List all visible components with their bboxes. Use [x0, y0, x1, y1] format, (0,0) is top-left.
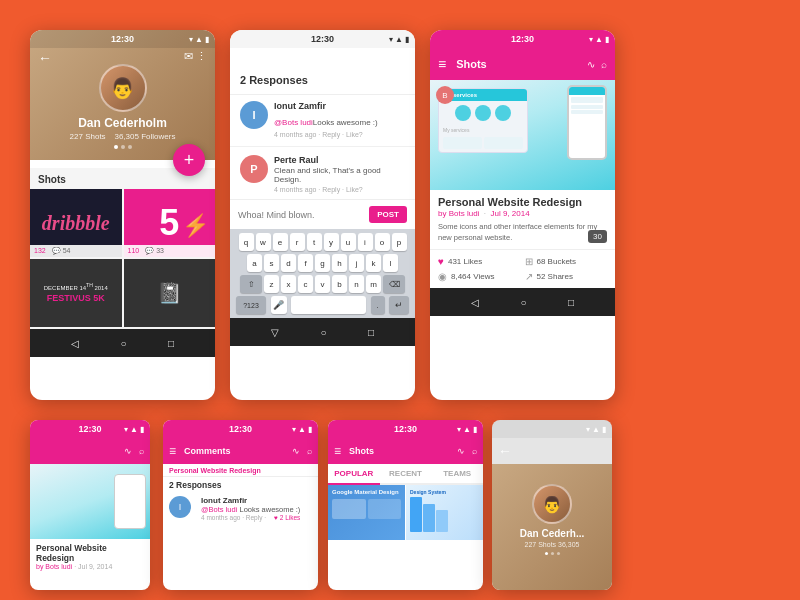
- key-l[interactable]: l: [383, 254, 398, 272]
- back-button-7[interactable]: ←: [498, 443, 512, 459]
- status-icons-5: ▾ ▲ ▮: [292, 425, 312, 434]
- comment-avatar-2: P: [240, 155, 268, 183]
- phone-profile: 12:30 ▾ ▲ ▮ ← ✉ ⋮ 👨 Dan Cederholm 227 Sh…: [30, 30, 215, 400]
- comment-text-2: Clean and slick, That's a good Design.: [274, 166, 405, 184]
- menu-icon-6[interactable]: ≡: [334, 444, 341, 458]
- shot-info-4: Personal Website Redesign by Bots ludi ·…: [30, 539, 150, 574]
- mini-shot-1[interactable]: Google Material Design: [328, 485, 405, 540]
- menu-icon-5[interactable]: ≡: [169, 444, 176, 458]
- status-icons-6: ▾ ▲ ▮: [457, 425, 477, 434]
- post-input[interactable]: Whoa! Mind blown.: [238, 210, 363, 220]
- key-m[interactable]: m: [366, 275, 381, 293]
- search-icon-5[interactable]: ⌕: [307, 446, 312, 456]
- key-e[interactable]: e: [273, 233, 288, 251]
- key-f[interactable]: f: [298, 254, 313, 272]
- key-j[interactable]: j: [349, 254, 364, 272]
- key-n[interactable]: n: [349, 275, 364, 293]
- graph-icon[interactable]: ∿: [587, 59, 595, 70]
- square-nav-btn[interactable]: □: [168, 338, 174, 349]
- key-t[interactable]: t: [307, 233, 322, 251]
- back-nav-btn[interactable]: ◁: [71, 338, 79, 349]
- dribbble-logo: dribbble: [42, 212, 110, 235]
- key-h[interactable]: h: [332, 254, 347, 272]
- phone-shot-detail: 12:30 ▾ ▲ ▮ ≡ Shots ∿ ⌕ My services: [430, 30, 615, 400]
- small-toolbar-5: ≡ Comments ∿ ⌕: [163, 438, 318, 464]
- graph-icon-6[interactable]: ∿: [457, 446, 465, 456]
- post-button[interactable]: POST: [369, 206, 407, 223]
- key-123[interactable]: ?123: [236, 296, 266, 314]
- key-z[interactable]: z: [264, 275, 279, 293]
- key-w[interactable]: w: [256, 233, 271, 251]
- bucket-icon: ⊞: [525, 256, 533, 267]
- key-shift[interactable]: ⇧: [240, 275, 262, 293]
- responses-header: 2 Responses: [230, 48, 415, 95]
- phone-mockup-4: [114, 474, 146, 529]
- key-i[interactable]: i: [358, 233, 373, 251]
- home-nav-btn[interactable]: ○: [120, 338, 126, 349]
- fab-add-button[interactable]: +: [173, 144, 205, 176]
- key-space[interactable]: [291, 296, 366, 314]
- shot-dribbble[interactable]: dribbble 132 💬 54: [30, 189, 122, 257]
- menu-icon[interactable]: ≡: [438, 56, 446, 72]
- search-icon-6[interactable]: ⌕: [472, 446, 477, 456]
- status-icons-1: ▾ ▲ ▮: [189, 35, 209, 44]
- phone-comments-keyboard: 12:30 ▾ ▲ ▮ 2 Responses I Ionut Zamfir @…: [230, 30, 415, 400]
- back-nav-btn-2[interactable]: ▽: [271, 327, 279, 338]
- key-d[interactable]: d: [281, 254, 296, 272]
- key-a[interactable]: a: [247, 254, 262, 272]
- more-icon[interactable]: ⋮: [196, 50, 207, 63]
- key-v[interactable]: v: [315, 275, 330, 293]
- home-nav-btn-3[interactable]: ○: [520, 297, 526, 308]
- toolbar-title-5: Comments: [184, 446, 288, 456]
- key-k[interactable]: k: [366, 254, 381, 272]
- key-u[interactable]: u: [341, 233, 356, 251]
- back-nav-btn-3[interactable]: ◁: [471, 297, 479, 308]
- back-button[interactable]: ←: [38, 50, 52, 66]
- key-r[interactable]: r: [290, 233, 305, 251]
- commenter-name-1: Ionut Zamfir: [274, 101, 378, 111]
- graph-icon-4[interactable]: ∿: [124, 446, 132, 456]
- tab-teams[interactable]: TEAMS: [431, 464, 483, 483]
- avatar: 👨: [99, 64, 147, 112]
- shot-label-1: Google Material Design: [328, 485, 405, 499]
- key-period[interactable]: .: [371, 296, 385, 314]
- home-nav-btn-2[interactable]: ○: [320, 327, 326, 338]
- sub-shot-link[interactable]: Personal Website Redesign: [163, 464, 318, 477]
- shot-title-4: Personal Website Redesign: [36, 543, 144, 563]
- wifi-icon-4: ▲: [130, 425, 138, 434]
- email-icon[interactable]: ✉: [184, 50, 193, 63]
- key-y[interactable]: y: [324, 233, 339, 251]
- square-nav-btn-2[interactable]: □: [368, 327, 374, 338]
- key-c[interactable]: c: [298, 275, 313, 293]
- time-4: 12:30: [78, 424, 101, 434]
- key-mic[interactable]: 🎤: [271, 296, 287, 314]
- shot-festivus[interactable]: DECEMBER 14TH 2014 FESTIVUS 5K: [30, 259, 122, 327]
- signal-icon-2: ▾: [389, 35, 393, 44]
- search-icon[interactable]: ⌕: [601, 59, 607, 70]
- key-g[interactable]: g: [315, 254, 330, 272]
- shot-notebook[interactable]: 📓: [124, 259, 216, 327]
- time-2: 12:30: [311, 34, 334, 44]
- square-nav-btn-3[interactable]: □: [568, 297, 574, 308]
- key-o[interactable]: o: [375, 233, 390, 251]
- tab-recent[interactable]: RECENT: [380, 464, 432, 483]
- post-area: Whoa! Mind blown. POST: [230, 199, 415, 229]
- profile-dots-7: [545, 552, 560, 555]
- key-enter[interactable]: ↵: [389, 296, 409, 314]
- status-bar-5: 12:30 ▾ ▲ ▮: [163, 420, 318, 438]
- key-p[interactable]: p: [392, 233, 407, 251]
- key-backspace[interactable]: ⌫: [383, 275, 405, 293]
- keyboard: q w e r t y u i o p a s d f g h j k l ⇧ …: [230, 229, 415, 318]
- bottom-nav-2: ▽ ○ □: [230, 318, 415, 346]
- graph-icon-5[interactable]: ∿: [292, 446, 300, 456]
- key-s[interactable]: s: [264, 254, 279, 272]
- likes-count: 132: [34, 247, 46, 255]
- key-x[interactable]: x: [281, 275, 296, 293]
- wifi-icon-2: ▲: [395, 35, 403, 44]
- tab-popular[interactable]: POPULAR: [328, 464, 380, 485]
- key-b[interactable]: b: [332, 275, 347, 293]
- mini-shot-2[interactable]: Design System: [406, 485, 483, 540]
- search-icon-4[interactable]: ⌕: [139, 446, 144, 456]
- shot-number5[interactable]: 5 ⚡ 110 💬 33: [124, 189, 216, 257]
- key-q[interactable]: q: [239, 233, 254, 251]
